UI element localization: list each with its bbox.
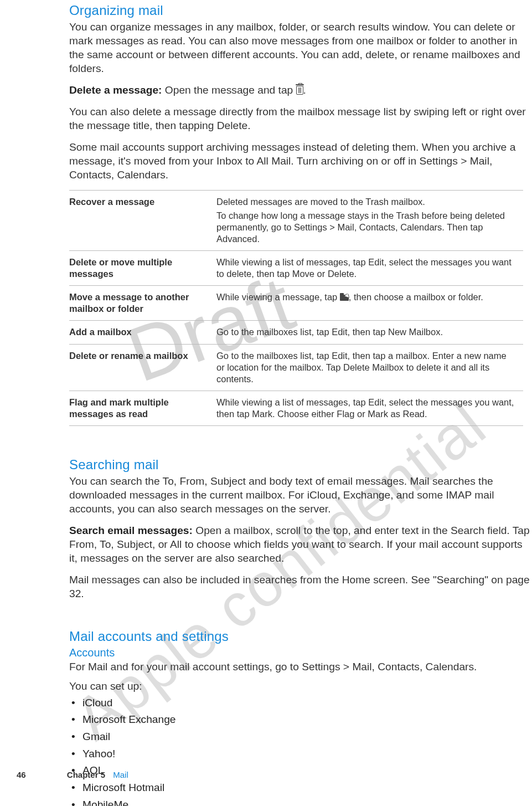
delete-message-line: Delete a message: Open the message and t… [69,84,531,97]
row5-body: While viewing a list of messages, tap Ed… [216,391,523,425]
row3-body-0: Go to the mailboxes list, tap Edit, then… [216,326,515,338]
row4-body-0: Go to the mailboxes list, tap Edit, then… [216,350,515,385]
list-item: Gmail [71,728,531,746]
search-howto: Search email messages: Open a mailbox, s… [69,524,531,566]
list-item: MobileMe [71,797,531,806]
section-title-organizing: Organizing mail [69,3,531,18]
list-item: Microsoft Exchange [71,711,531,728]
delete-message-label: Delete a message: [69,84,162,96]
swipe-delete-text: You can also delete a message directly f… [69,105,531,133]
row2-body-0: While viewing a message, tap , then choo… [216,291,515,303]
page-number: 46 [17,770,26,779]
row4-label: Delete or rename a mailbox [69,344,216,391]
organizing-intro: You can organize messages in any mailbox… [69,20,531,76]
list-item: AOL [71,762,531,779]
row0-body: Deleted messages are moved to the Trash … [216,190,523,250]
accounts-intro: For Mail and for your mail account setti… [69,660,531,674]
folder-move-icon [340,295,349,301]
section-title-searching: Searching mail [69,457,531,473]
row0-body-0: Deleted messages are moved to the Trash … [216,196,515,208]
table-row: Delete or move multiple messages While v… [69,250,523,285]
chapter-title: Mail [113,770,128,779]
list-item: Microsoft Hotmail [71,779,531,797]
list-item: iCloud [71,695,531,712]
table-row: Recover a message Deleted messages are m… [69,190,523,250]
row2-label: Move a message to another mailbox or fol… [69,286,216,321]
mail-actions-table: Recover a message Deleted messages are m… [69,190,523,427]
row3-label: Add a mailbox [69,321,216,344]
page-content: Organizing mail You can organize message… [69,3,531,806]
archive-text: Some mail accounts support archiving mes… [69,141,531,182]
row5-label: Flag and mark multiple messages as read [69,391,216,425]
table-row: Move a message to another mailbox or fol… [69,286,523,321]
accounts-heading: Accounts [69,646,531,659]
searching-home: Mail messages can also be included in se… [69,573,531,601]
table-row: Flag and mark multiple messages as read … [69,391,523,425]
row0-label: Recover a message [69,190,216,250]
chapter-label: Chapter 5 [67,770,105,779]
searching-intro: You can search the To, From, Subject and… [69,475,531,516]
row2-body-a: While viewing a message, tap [216,292,340,302]
list-item: Yahoo! [71,746,531,763]
table-row: Add a mailbox Go to the mailboxes list, … [69,321,523,344]
accounts-list: iCloud Microsoft Exchange Gmail Yahoo! A… [69,695,531,806]
row2-body-b: , then choose a mailbox or folder. [349,292,483,302]
trash-icon [296,86,303,95]
row5-body-0: While viewing a list of messages, tap Ed… [216,397,515,420]
delete-message-body-b: . [303,84,306,96]
row1-label: Delete or move multiple messages [69,250,216,285]
section-title-settings: Mail accounts and settings [69,629,531,644]
table-row: Delete or rename a mailbox Go to the mai… [69,344,523,391]
row1-body: While viewing a list of messages, tap Ed… [216,250,523,285]
page-footer: 46 Chapter 5 Mail [17,770,128,779]
row0-body-1: To change how long a message stays in th… [216,210,515,245]
row4-body: Go to the mailboxes list, tap Edit, then… [216,344,523,391]
setup-lead: You can set up: [69,680,531,694]
delete-message-body-a: Open the message and tap [162,84,296,96]
row3-body: Go to the mailboxes list, tap Edit, then… [216,321,523,344]
search-label: Search email messages: [69,525,193,536]
row2-body: While viewing a message, tap , then choo… [216,286,523,321]
row1-body-0: While viewing a list of messages, tap Ed… [216,256,515,280]
